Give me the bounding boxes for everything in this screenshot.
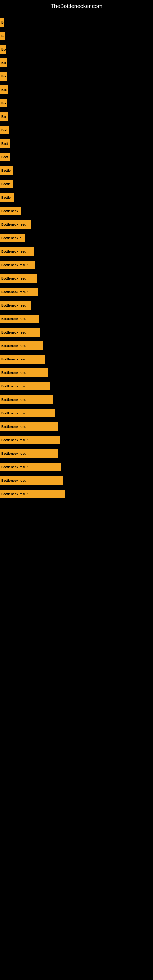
bar-label: Bottle: [0, 193, 14, 202]
bar-row: Bottleneck result: [0, 379, 153, 393]
bar-row: Bottleneck result: [0, 312, 153, 326]
bar-label: Bottleneck result: [0, 476, 63, 485]
bar-row: Bot: [0, 83, 153, 97]
bar-label: Bot: [0, 126, 9, 134]
bar-row: Bottleneck result: [0, 245, 153, 258]
bar-label: Bottleneck result: [0, 328, 40, 337]
bar-row: Bottleneck resu: [0, 299, 153, 312]
bar-row: Bo: [0, 110, 153, 123]
bar-label: Bottleneck: [0, 207, 21, 215]
bar-label: Bottleneck result: [0, 422, 57, 431]
bar-row: B: [0, 16, 153, 29]
bar-row: Bottleneck r: [0, 231, 153, 245]
bar-label: Bo: [0, 59, 7, 67]
bar-label: Bottleneck result: [0, 315, 39, 323]
bar-label: B: [0, 18, 4, 27]
bar-row: Bottle: [0, 177, 153, 191]
bar-label: Bottleneck result: [0, 395, 53, 404]
bar-row: Bottleneck result: [0, 272, 153, 285]
bar-row: Bottleneck result: [0, 447, 153, 460]
bar-row: Bottleneck result: [0, 420, 153, 433]
bar-label: Bottleneck result: [0, 274, 37, 283]
bar-row: Bo: [0, 43, 153, 56]
bar-row: Bottleneck result: [0, 326, 153, 339]
bar-label: Bottleneck result: [0, 288, 38, 296]
bar-row: Bottleneck: [0, 204, 153, 218]
bar-label: Bo: [0, 72, 7, 81]
bar-label: Bottleneck resu: [0, 220, 30, 229]
bar-row: Bottleneck result: [0, 460, 153, 474]
bar-row: Bottleneck result: [0, 474, 153, 487]
bar-label: Bo: [0, 99, 7, 108]
bar-label: Bottleneck result: [0, 261, 35, 269]
bar-label: Bottleneck result: [0, 409, 55, 417]
bar-row: Bo: [0, 97, 153, 110]
bar-label: Bott: [0, 153, 10, 161]
bar-row: Bottle: [0, 164, 153, 177]
bar-row: Bottleneck result: [0, 258, 153, 272]
bar-row: Bo: [0, 56, 153, 70]
bar-label: Bottleneck resu: [0, 301, 31, 310]
bar-row: Bot: [0, 123, 153, 137]
bar-label: Bo: [0, 45, 6, 54]
bar-label: Bottleneck result: [0, 247, 34, 256]
bar-label: Bottle: [0, 166, 13, 175]
bar-label: Bottleneck result: [0, 449, 58, 458]
site-title: TheBottlenecker.com: [0, 0, 153, 16]
bars-container: BBBoBoBoBotBoBoBotBottBottBottleBottleBo…: [0, 16, 153, 501]
bar-row: Bottleneck result: [0, 353, 153, 366]
bar-row: Bottleneck result: [0, 433, 153, 447]
bar-label: Bottleneck result: [0, 436, 60, 444]
bar-row: Bottleneck result: [0, 366, 153, 379]
bar-row: Bottleneck result: [0, 406, 153, 420]
bar-label: Bottleneck result: [0, 463, 61, 471]
bar-row: Bottleneck result: [0, 339, 153, 353]
bar-row: Bottleneck result: [0, 487, 153, 501]
bar-label: Bottleneck result: [0, 490, 65, 498]
bar-label: Bottleneck result: [0, 382, 50, 390]
bar-label: Bottleneck r: [0, 234, 25, 242]
bar-label: B: [0, 32, 5, 40]
bar-label: Bot: [0, 86, 8, 94]
bar-label: Bottle: [0, 180, 13, 188]
bar-row: Bottleneck resu: [0, 218, 153, 231]
bar-row: Bott: [0, 150, 153, 164]
bar-label: Bottleneck result: [0, 355, 45, 364]
bar-label: Bottleneck result: [0, 368, 48, 377]
bar-row: Bottleneck result: [0, 285, 153, 299]
bar-row: Bott: [0, 137, 153, 150]
bar-row: Bo: [0, 70, 153, 83]
bar-label: Bo: [0, 112, 8, 121]
bar-label: Bott: [0, 139, 10, 148]
bar-label: Bottleneck result: [0, 342, 43, 350]
bar-row: Bottleneck result: [0, 393, 153, 406]
bar-row: B: [0, 29, 153, 43]
bar-row: Bottle: [0, 191, 153, 204]
